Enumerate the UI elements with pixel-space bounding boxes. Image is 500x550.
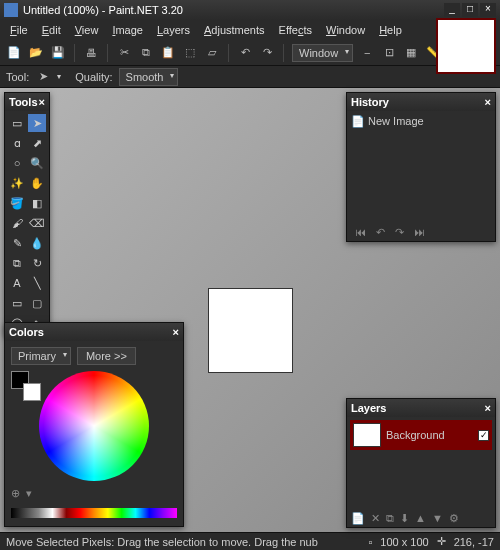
tools-panel-header[interactable]: Tools × [5,93,49,111]
undo-icon[interactable]: ↶ [237,45,253,61]
pencil-tool[interactable]: ✎ [8,234,26,252]
crop-icon[interactable]: ⬚ [182,45,198,61]
redo-icon[interactable]: ↷ [259,45,275,61]
layer-thumbnail [353,423,381,447]
move-up-icon[interactable]: ▲ [415,512,426,525]
undo-icon[interactable]: ↶ [376,226,385,239]
close-icon[interactable]: × [173,326,179,338]
deselect-icon[interactable]: ▱ [204,45,220,61]
color-palette[interactable] [11,508,177,518]
menu-adjustments[interactable]: Adjustments [198,22,271,38]
history-panel: History × 📄 New Image ⏮ ↶ ↷ ⏭ [346,92,496,242]
palette-options-icon[interactable]: ▾ [26,487,32,500]
delete-layer-icon[interactable]: ✕ [371,512,380,525]
minimize-button[interactable]: _ [444,3,460,17]
status-hint: Move Selected Pixels: Drag the selection… [6,536,318,548]
colors-panel: Colors × Primary More >> ⊕ ▾ [4,322,184,527]
recolor-tool[interactable]: ↻ [28,254,46,272]
menu-edit[interactable]: Edit [36,22,67,38]
color-swatches[interactable] [11,371,41,401]
add-layer-icon[interactable]: 📄 [351,512,365,525]
cut-icon[interactable]: ✂ [116,45,132,61]
picker-tool[interactable]: 💧 [28,234,46,252]
magic-wand-tool[interactable]: ✨ [8,174,26,192]
menu-help[interactable]: Help [373,22,408,38]
brush-tool[interactable]: 🖌 [8,214,26,232]
pan-tool[interactable]: ✋ [28,174,46,192]
rect-select-tool[interactable]: ▭ [8,114,26,132]
layers-panel-header[interactable]: Layers × [347,399,495,417]
window-title: Untitled (100%) - Paint.NET 3.20 [23,4,444,16]
quality-label: Quality: [75,71,112,83]
close-icon[interactable]: × [485,96,491,108]
window-dropdown[interactable]: Window [292,44,353,62]
merge-down-icon[interactable]: ⬇ [400,512,409,525]
print-icon[interactable]: 🖶 [83,45,99,61]
more-button[interactable]: More >> [77,347,136,365]
grid-icon[interactable]: ▦ [403,45,419,61]
menu-window[interactable]: Window [320,22,371,38]
separator [74,44,75,62]
copy-icon[interactable]: ⧉ [138,45,154,61]
separator [283,44,284,62]
open-icon[interactable]: 📂 [28,45,44,61]
move-down-icon[interactable]: ▼ [432,512,443,525]
move-tool[interactable]: ➤ [28,114,46,132]
separator [107,44,108,62]
properties-icon[interactable]: ⚙ [449,512,459,525]
zoom-tool[interactable]: 🔍 [28,154,46,172]
rounded-rect-tool[interactable]: ▢ [28,294,46,312]
zoom-out-icon[interactable]: − [359,45,375,61]
add-color-icon[interactable]: ⊕ [11,487,20,500]
main-toolbar: 📄 📂 💾 🖶 ✂ ⧉ 📋 ⬚ ▱ ↶ ↷ Window − ⊡ ▦ 📏 Uni… [0,40,500,66]
forward-icon[interactable]: ⏭ [414,226,425,238]
close-icon[interactable]: × [485,402,491,414]
statusbar: Move Selected Pixels: Drag the selection… [0,532,500,550]
ellipse-select-tool[interactable]: ○ [8,154,26,172]
lasso-tool[interactable]: ɑ [8,134,26,152]
color-channel-dropdown[interactable]: Primary [11,347,71,365]
colors-panel-title: Colors [9,326,44,338]
paste-icon[interactable]: 📋 [160,45,176,61]
layer-visible-checkbox[interactable]: ✓ [478,430,489,441]
titlebar: Untitled (100%) - Paint.NET 3.20 _ □ × [0,0,500,20]
color-wheel[interactable] [39,371,149,481]
cursor-icon: ✛ [437,535,446,548]
history-panel-header[interactable]: History × [347,93,495,111]
layer-row[interactable]: Background ✓ [350,420,492,450]
fill-tool[interactable]: 🪣 [8,194,26,212]
rect-tool[interactable]: ▭ [8,294,26,312]
menu-effects[interactable]: Effects [273,22,318,38]
dropdown-arrow-icon[interactable]: ▾ [57,72,61,81]
canvas[interactable] [208,288,293,373]
menu-layers[interactable]: Layers [151,22,196,38]
menu-file[interactable]: File [4,22,34,38]
quality-dropdown[interactable]: Smooth [119,68,179,86]
colors-panel-header[interactable]: Colors × [5,323,183,341]
zoom-fit-icon[interactable]: ⊡ [381,45,397,61]
text-tool[interactable]: A [8,274,26,292]
clone-tool[interactable]: ⧉ [8,254,26,272]
eraser-tool[interactable]: ⌫ [28,214,46,232]
duplicate-layer-icon[interactable]: ⧉ [386,512,394,525]
maximize-button[interactable]: □ [462,3,478,17]
move-selection-tool[interactable]: ⬈ [28,134,46,152]
layers-panel-title: Layers [351,402,386,414]
document-preview[interactable] [436,18,496,74]
menu-view[interactable]: View [69,22,105,38]
history-panel-title: History [351,96,389,108]
line-tool[interactable]: ╲ [28,274,46,292]
redo-icon[interactable]: ↷ [395,226,404,239]
current-tool-icon[interactable]: ➤ [35,69,51,85]
new-icon[interactable]: 📄 [6,45,22,61]
close-icon[interactable]: × [39,96,45,108]
gradient-tool[interactable]: ◧ [28,194,46,212]
cursor-position: 216, -17 [454,536,494,548]
close-button[interactable]: × [480,3,496,17]
secondary-color-swatch[interactable] [23,383,41,401]
rewind-icon[interactable]: ⏮ [355,226,366,238]
save-icon[interactable]: 💾 [50,45,66,61]
menu-image[interactable]: Image [106,22,149,38]
layers-panel: Layers × Background ✓ 📄 ✕ ⧉ ⬇ ▲ ▼ ⚙ [346,398,496,528]
history-item[interactable]: 📄 New Image [351,115,491,128]
